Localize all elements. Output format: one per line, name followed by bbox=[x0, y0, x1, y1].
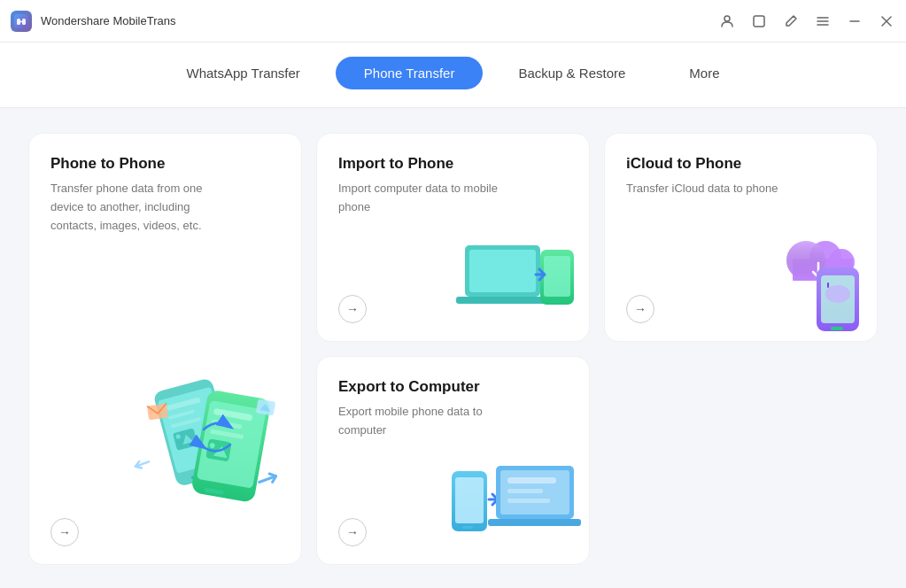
svg-rect-33 bbox=[469, 250, 536, 292]
card-import-title: Import to Phone bbox=[338, 155, 568, 173]
tab-phone-transfer[interactable]: Phone Transfer bbox=[336, 57, 484, 89]
svg-rect-55 bbox=[507, 477, 556, 484]
import-illustration bbox=[447, 223, 585, 334]
export-illustration bbox=[447, 446, 585, 557]
card-phone-to-phone-arrow[interactable]: → bbox=[50, 518, 79, 546]
card-phone-to-phone-desc: Transfer phone data from one device to a… bbox=[50, 180, 210, 235]
svg-point-48 bbox=[825, 285, 850, 303]
card-icloud-to-phone[interactable]: iCloud to Phone Transfer iCloud data to … bbox=[604, 133, 878, 342]
app-title: Wondershare MobileTrans bbox=[41, 14, 718, 27]
card-icloud-title: iCloud to Phone bbox=[626, 155, 856, 173]
svg-rect-29 bbox=[147, 404, 168, 421]
svg-rect-56 bbox=[507, 489, 543, 493]
svg-rect-37 bbox=[549, 300, 560, 303]
svg-rect-50 bbox=[455, 477, 484, 523]
svg-rect-47 bbox=[831, 327, 843, 330]
title-bar: Wondershare MobileTrans bbox=[0, 0, 906, 43]
nav-bar: WhatsApp Transfer Phone Transfer Backup … bbox=[0, 43, 906, 108]
svg-rect-4 bbox=[754, 16, 764, 27]
minimize-icon[interactable] bbox=[846, 12, 863, 30]
phone-to-phone-illustration bbox=[120, 352, 302, 538]
card-export-to-computer[interactable]: Export to Computer Export mobile phone d… bbox=[316, 356, 590, 565]
close-icon[interactable] bbox=[878, 12, 895, 30]
card-export-desc: Export mobile phone data to computer bbox=[338, 403, 498, 440]
tab-whatsapp-transfer[interactable]: WhatsApp Transfer bbox=[158, 57, 328, 89]
svg-rect-51 bbox=[462, 526, 473, 529]
svg-point-3 bbox=[724, 16, 730, 21]
card-import-to-phone[interactable]: Import to Phone Import computer data to … bbox=[316, 133, 590, 342]
svg-rect-54 bbox=[488, 519, 581, 526]
card-phone-to-phone-title: Phone to Phone bbox=[50, 155, 280, 173]
account-icon[interactable] bbox=[718, 12, 736, 30]
card-export-title: Export to Computer bbox=[338, 378, 568, 396]
main-content: Phone to Phone Transfer phone data from … bbox=[0, 108, 906, 588]
svg-rect-36 bbox=[544, 256, 570, 297]
window-icon[interactable] bbox=[750, 12, 768, 30]
menu-icon[interactable] bbox=[814, 12, 832, 30]
card-import-arrow[interactable]: → bbox=[338, 295, 367, 323]
card-export-arrow[interactable]: → bbox=[338, 518, 367, 546]
card-icloud-desc: Transfer iCloud data to phone bbox=[626, 180, 786, 198]
icloud-illustration bbox=[735, 223, 872, 334]
svg-rect-57 bbox=[507, 499, 550, 503]
edit-icon[interactable] bbox=[782, 12, 800, 30]
title-bar-controls bbox=[718, 12, 895, 30]
svg-rect-34 bbox=[456, 297, 549, 304]
card-phone-to-phone[interactable]: Phone to Phone Transfer phone data from … bbox=[28, 133, 302, 565]
tab-backup-restore[interactable]: Backup & Restore bbox=[490, 57, 654, 89]
tab-more[interactable]: More bbox=[661, 57, 747, 89]
card-icloud-arrow[interactable]: → bbox=[626, 295, 654, 323]
app-icon bbox=[11, 11, 32, 32]
card-import-desc: Import computer data to mobile phone bbox=[338, 180, 498, 217]
